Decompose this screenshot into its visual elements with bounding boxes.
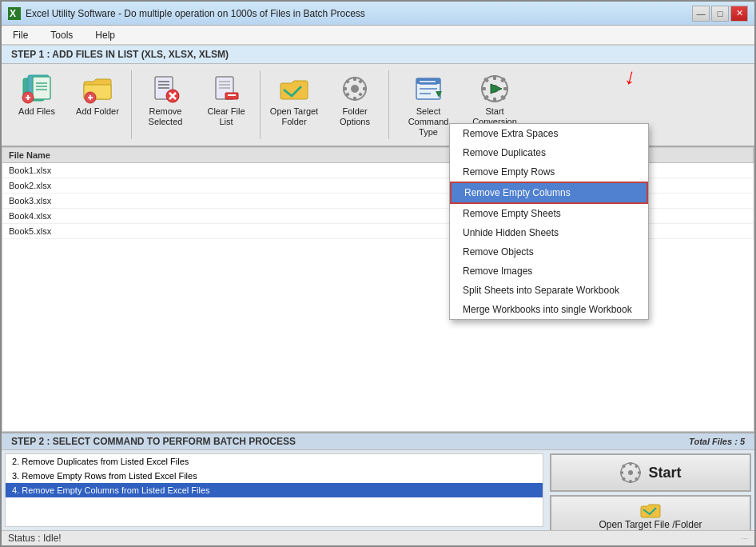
dropdown-item-9[interactable]: Merge Workbooks into single Workbook <box>450 300 648 319</box>
dropdown-item-4[interactable]: Remove Empty Sheets <box>450 204 648 223</box>
folder-options-button[interactable]: Folder Options <box>326 67 384 131</box>
remove-selected-button[interactable]: Remove Selected <box>137 67 194 131</box>
status-text: Status : Idle! <box>8 533 62 544</box>
svg-rect-4 <box>33 77 50 99</box>
divider-1 <box>131 70 132 139</box>
main-window: X Excel Utility Software - Do multiple o… <box>0 0 756 547</box>
status-bar: Status : Idle! ··· <box>2 530 754 545</box>
step2-header: STEP 2 : SELECT COMMAND TO PERFORM BATCH… <box>2 433 754 450</box>
command-item-1[interactable]: 3. Remove Empty Rows from Listed Excel F… <box>6 469 543 483</box>
add-folder-button[interactable]: Add Folder <box>69 67 126 122</box>
svg-text:X: X <box>10 8 16 19</box>
dropdown-item-0[interactable]: Remove Extra Spaces <box>450 124 648 143</box>
dropdown-item-8[interactable]: Split Sheets into Separate Workbook <box>450 281 648 300</box>
remove-selected-label: Remove Selected <box>141 106 190 127</box>
clear-file-list-icon <box>210 73 242 105</box>
svg-rect-31 <box>343 87 347 90</box>
svg-rect-30 <box>353 97 356 101</box>
step2-label: STEP 2 : SELECT COMMAND TO PERFORM BATCH… <box>11 436 296 447</box>
svg-rect-57 <box>630 462 632 465</box>
start-button[interactable]: Start <box>550 453 751 492</box>
title-bar: X Excel Utility Software - Do multiple o… <box>2 2 754 26</box>
red-arrow-indicator: ↓ <box>623 65 639 90</box>
add-files-label: Add Files <box>18 106 55 117</box>
divider-2 <box>260 70 261 139</box>
open-target-icon <box>639 501 662 519</box>
minimize-button[interactable]: — <box>692 6 710 22</box>
bottom-actions: Start Open Target File /Folder <box>547 450 754 530</box>
svg-rect-29 <box>353 77 356 81</box>
open-target-label: Open Target File /Folder <box>599 519 702 530</box>
file-name-4: Book5.xlsx <box>2 224 450 238</box>
menu-help[interactable]: Help <box>90 28 120 42</box>
dropdown-item-2[interactable]: Remove Empty Rows <box>450 162 648 182</box>
svg-rect-32 <box>363 87 367 90</box>
add-files-button[interactable]: Add Files <box>8 67 66 122</box>
divider-3 <box>388 70 389 139</box>
dropdown-item-7[interactable]: Remove Images <box>450 262 648 281</box>
open-target-folder-label: Open Target Folder <box>269 106 319 127</box>
clear-file-list-button[interactable]: Clear File List <box>197 67 255 131</box>
svg-rect-60 <box>638 472 641 474</box>
dropdown-item-6[interactable]: Remove Objects <box>450 242 648 262</box>
app-icon: X <box>8 7 21 20</box>
svg-rect-59 <box>620 472 623 474</box>
title-bar-left: X Excel Utility Software - Do multiple o… <box>8 7 365 20</box>
start-conversion-button[interactable]: Start Conversion <box>466 67 523 131</box>
command-item-0[interactable]: 2. Remove Duplicates from Listed Excel F… <box>6 454 543 469</box>
svg-rect-46 <box>493 75 496 80</box>
bottom-panel: STEP 2 : SELECT COMMAND TO PERFORM BATCH… <box>2 432 754 530</box>
open-target-folder-button[interactable]: Open Target Folder <box>265 67 323 131</box>
file-name-3: Book4.xlsx <box>2 209 450 223</box>
remove-selected-icon <box>149 73 181 105</box>
open-target-folder-icon <box>278 73 310 105</box>
add-folder-icon <box>82 73 113 105</box>
menu-file[interactable]: File <box>8 28 33 42</box>
svg-point-56 <box>628 470 633 475</box>
file-name-2: Book3.xlsx <box>2 194 450 208</box>
dropdown-item-5[interactable]: Unhide Hidden Sheets <box>450 223 648 242</box>
dropdown-item-1[interactable]: Remove Duplicates <box>450 143 648 162</box>
start-conversion-icon <box>479 73 511 105</box>
total-files-badge: Total Files : 5 <box>689 437 745 446</box>
start-icon <box>619 461 642 484</box>
folder-options-label: Folder Options <box>330 106 380 127</box>
svg-rect-48 <box>481 87 486 90</box>
file-name-0: Book1.xlsx <box>2 163 450 178</box>
window-title: Excel Utility Software - Do multiple ope… <box>26 8 365 19</box>
close-button[interactable]: ✕ <box>730 6 748 22</box>
command-dropdown: Remove Extra Spaces Remove Duplicates Re… <box>449 123 649 320</box>
add-folder-label: Add Folder <box>76 106 119 117</box>
menu-tools[interactable]: Tools <box>46 28 78 42</box>
dropdown-item-3[interactable]: Remove Empty Columns <box>450 182 648 204</box>
svg-rect-58 <box>630 480 632 483</box>
bottom-content: 2. Remove Duplicates from Listed Excel F… <box>2 450 754 530</box>
toolbar: Add Files Add Folder <box>2 64 754 147</box>
svg-point-28 <box>351 85 359 93</box>
svg-rect-49 <box>503 87 508 90</box>
svg-rect-36 <box>358 92 363 97</box>
command-list: 2. Remove Duplicates from Listed Excel F… <box>5 453 543 527</box>
add-files-icon <box>21 73 53 105</box>
menu-bar: File Tools Help <box>2 26 754 45</box>
svg-rect-47 <box>493 98 496 102</box>
start-label: Start <box>648 465 681 481</box>
clear-file-list-label: Clear File List <box>201 106 251 127</box>
file-name-1: Book2.xlsx <box>2 178 450 193</box>
select-command-type-icon <box>412 73 444 105</box>
status-dots: ··· <box>742 534 748 543</box>
window-controls: — □ ✕ <box>692 6 748 22</box>
step1-header: STEP 1 : ADD FILES IN LIST (XLS, XLSX, X… <box>2 45 754 64</box>
command-item-2[interactable]: 4. Remove Empty Columns from Listed Exce… <box>6 483 543 497</box>
maximize-button[interactable]: □ <box>711 6 729 22</box>
col-header-filename: File Name <box>2 148 450 162</box>
folder-options-icon <box>339 73 371 105</box>
